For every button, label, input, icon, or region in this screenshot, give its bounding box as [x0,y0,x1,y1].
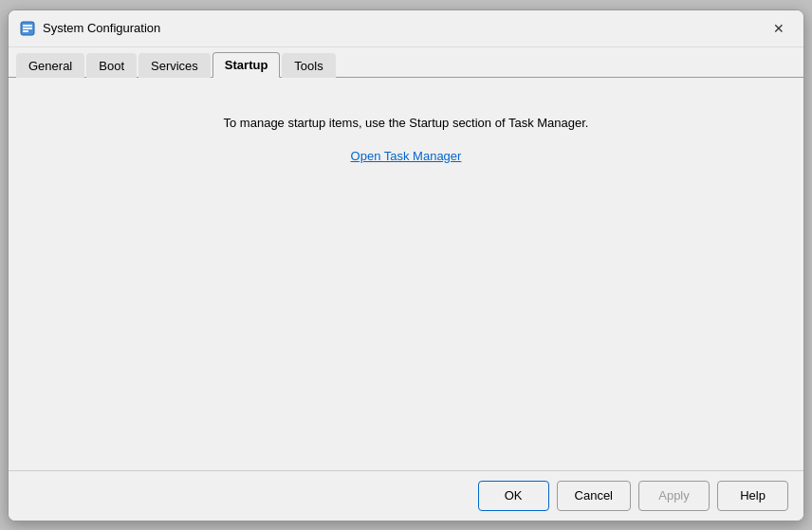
title-bar-left: System Configuration [20,21,160,36]
button-bar: OK Cancel Apply Help [9,470,803,521]
svg-rect-3 [23,30,28,32]
tab-tools[interactable]: Tools [282,53,335,78]
help-button[interactable]: Help [717,481,788,511]
open-task-manager-link[interactable]: Open Task Manager [351,149,462,163]
content-area: To manage startup items, use the Startup… [9,78,803,470]
tab-general[interactable]: General [16,53,84,78]
cancel-button[interactable]: Cancel [557,481,631,511]
startup-info-text: To manage startup items, use the Startup… [224,116,589,130]
tabs-bar: General Boot Services Startup Tools [9,47,803,78]
app-icon [20,21,35,36]
tab-startup[interactable]: Startup [212,52,281,78]
ok-button[interactable]: OK [478,481,549,511]
title-bar: System Configuration ✕ [9,10,803,47]
svg-rect-2 [23,27,32,29]
window-title: System Configuration [43,21,160,35]
system-configuration-window: System Configuration ✕ General Boot Serv… [8,9,804,521]
close-button[interactable]: ✕ [766,18,792,39]
svg-rect-1 [23,25,32,27]
tab-services[interactable]: Services [138,53,211,78]
apply-button[interactable]: Apply [638,481,710,511]
tab-boot[interactable]: Boot [86,53,137,78]
